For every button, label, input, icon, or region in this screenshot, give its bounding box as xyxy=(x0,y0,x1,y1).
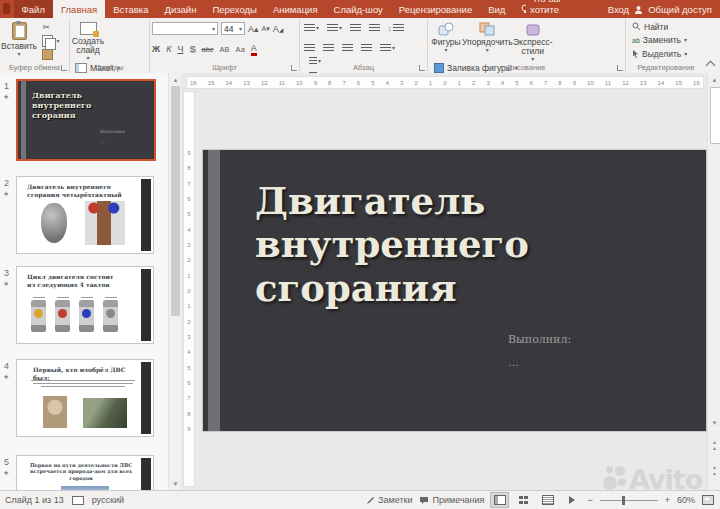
decrease-font-button[interactable]: А▾ xyxy=(262,25,270,33)
tab-review[interactable]: Рецензирование xyxy=(391,0,480,18)
slide-byline-value[interactable]: … xyxy=(508,356,520,368)
quick-styles-button[interactable]: Экспресс-стили ▾ xyxy=(513,21,553,62)
indent-increase-button[interactable] xyxy=(367,23,382,34)
display-settings-icon[interactable] xyxy=(72,496,84,505)
font-dialog-launcher[interactable] xyxy=(291,65,297,71)
clear-formatting-button[interactable]: А◢ xyxy=(273,24,284,34)
thumbnail-scroll-down-icon[interactable]: ▼ xyxy=(169,478,182,489)
clipboard-dialog-launcher[interactable] xyxy=(61,65,67,71)
slide-4-body-text xyxy=(31,378,135,389)
comments-toggle[interactable]: Примечания xyxy=(419,495,484,505)
person-icon xyxy=(634,5,643,14)
character-spacing-button[interactable]: АВ xyxy=(220,45,230,54)
thumbnail-slide-3[interactable]: 3 ★ Цикл двигателя состоит из следующих … xyxy=(16,266,156,344)
change-case-button[interactable]: Аа xyxy=(236,45,245,54)
tab-view[interactable]: Вид xyxy=(480,0,513,18)
find-label: Найти xyxy=(644,22,668,32)
thumbnail-slide-1[interactable]: 1 ★ Двигатель внутреннего сгорания Выпол… xyxy=(16,79,156,161)
previous-slide-button[interactable]: ▲▲ xyxy=(708,440,720,452)
shapes-caret-icon: ▾ xyxy=(444,47,447,53)
thumbnail-scrollbar-thumb[interactable] xyxy=(171,86,180,316)
main-scroll-down-icon[interactable]: ▼ xyxy=(708,417,720,428)
tab-insert[interactable]: Вставка xyxy=(105,0,156,18)
fit-slide-button[interactable] xyxy=(702,495,714,505)
main-scrollbar[interactable]: ▲ ▼ ▲▲ ▼▼ xyxy=(707,73,720,490)
zoom-out-button[interactable]: − xyxy=(587,495,592,505)
thumbnail-slide-5[interactable]: 5 ★ Первая на пути деятельности ДВС встр… xyxy=(16,455,156,490)
italic-button[interactable]: К xyxy=(166,44,171,54)
indent-decrease-button[interactable] xyxy=(348,23,363,34)
slide-sorter-button[interactable] xyxy=(515,493,532,507)
underline-button[interactable]: Ч xyxy=(177,44,183,54)
slide-canvas[interactable]: Двигатель внутреннего сгорания Выполнил:… xyxy=(203,150,706,431)
paragraph-dialog-launcher[interactable] xyxy=(419,65,425,71)
columns-icon xyxy=(380,44,391,53)
drawing-dialog-launcher[interactable] xyxy=(617,65,623,71)
collapse-ribbon-button[interactable] xyxy=(706,61,716,71)
share-button[interactable]: Общий доступ xyxy=(648,4,712,15)
new-slide-label: Создать слайд xyxy=(72,37,104,55)
justify-button[interactable] xyxy=(359,43,374,54)
slide-1-byline: Выполнил: xyxy=(100,129,126,134)
group-slides: Создать слайд ▾ Макет▾ Сбросить Раздел▾ … xyxy=(70,18,150,73)
slide-byline-label[interactable]: Выполнил: xyxy=(508,333,571,346)
next-slide-button[interactable]: ▼▼ xyxy=(708,466,720,478)
arrange-button[interactable]: Упорядочить ▾ xyxy=(464,20,510,61)
align-center-button[interactable] xyxy=(321,43,336,54)
tell-me-box[interactable]: Что вы хотите сделать? xyxy=(513,0,599,18)
tab-slideshow[interactable]: Слайд-шоу xyxy=(326,0,391,18)
bullets-button[interactable]: ▾ xyxy=(302,23,321,34)
tab-design[interactable]: Дизайн xyxy=(156,0,204,18)
thumbnail-scroll-up-icon[interactable]: ▲ xyxy=(169,74,182,85)
slideshow-button[interactable] xyxy=(563,493,580,507)
align-left-button[interactable] xyxy=(302,43,317,54)
sign-in-button[interactable]: Вход xyxy=(608,4,630,15)
main-scrollbar-thumb[interactable] xyxy=(710,87,720,144)
new-slide-button[interactable]: Создать слайд ▾ xyxy=(72,20,104,61)
paste-button[interactable]: Вставить ▾ xyxy=(2,20,36,61)
main-scroll-up-icon[interactable]: ▲ xyxy=(708,74,720,85)
slide-2-engine-image xyxy=(41,203,67,243)
copy-button[interactable] xyxy=(42,35,53,47)
line-spacing-button[interactable]: ↕ xyxy=(386,23,406,34)
shapes-button[interactable]: Фигуры ▾ xyxy=(430,20,462,61)
thumbnail-slide-2[interactable]: 2 ★ Двигатель внутреннего сгорания четыр… xyxy=(16,176,156,254)
slide-3-cycle-images xyxy=(31,297,118,332)
tab-transitions[interactable]: Переходы xyxy=(204,0,265,18)
strikethrough-button[interactable]: abc xyxy=(201,45,213,54)
normal-view-button[interactable] xyxy=(491,493,508,507)
cut-button[interactable]: ✂ xyxy=(42,22,50,32)
font-name-combo[interactable]: ▾ xyxy=(152,22,218,35)
tab-animations[interactable]: Анимация xyxy=(265,0,326,18)
bold-button[interactable]: Ж xyxy=(152,44,160,54)
numbering-icon xyxy=(327,24,338,33)
slide-5-dark-bar xyxy=(141,458,151,490)
zoom-level[interactable]: 60% xyxy=(677,495,695,505)
numbering-button[interactable]: ▾ xyxy=(325,23,344,34)
tab-home[interactable]: Главная xyxy=(53,0,105,18)
font-color-button[interactable]: А xyxy=(251,43,257,56)
reading-view-button[interactable] xyxy=(539,493,556,507)
notes-pen-icon xyxy=(366,496,375,505)
language-indicator[interactable]: русский xyxy=(92,495,124,505)
font-size-value: 44 xyxy=(224,24,233,34)
replace-button[interactable]: ab Заменить ▾ xyxy=(632,34,687,47)
font-size-combo[interactable]: 44▾ xyxy=(221,22,245,35)
text-shadow-button[interactable]: S xyxy=(189,44,195,54)
slide-title-textbox[interactable]: Двигатель внутреннего сгорания xyxy=(255,180,591,310)
thumbnail-slide-4[interactable]: 4 ★ Первый, кто изобрёл ДВС был: xyxy=(16,359,156,437)
increase-font-button[interactable]: А▴ xyxy=(248,24,259,34)
slide-5-title: Первая на пути деятельности ДВС встречае… xyxy=(27,462,135,481)
zoom-slider-thumb[interactable] xyxy=(622,496,625,505)
tab-file[interactable]: Файл xyxy=(14,0,53,18)
align-right-button[interactable] xyxy=(340,43,355,54)
select-button[interactable]: Выделить ▾ xyxy=(632,47,687,60)
thumbnail-scrollbar[interactable]: ▲ ▼ xyxy=(168,73,181,490)
columns-button[interactable]: ▾ xyxy=(378,43,397,54)
slide-counter: Слайд 1 из 13 xyxy=(5,495,64,505)
format-painter-button[interactable] xyxy=(42,49,53,60)
zoom-in-button[interactable]: + xyxy=(665,495,670,505)
find-button[interactable]: Найти xyxy=(632,20,687,33)
notes-toggle[interactable]: Заметки xyxy=(366,495,412,505)
zoom-slider[interactable] xyxy=(600,500,658,501)
